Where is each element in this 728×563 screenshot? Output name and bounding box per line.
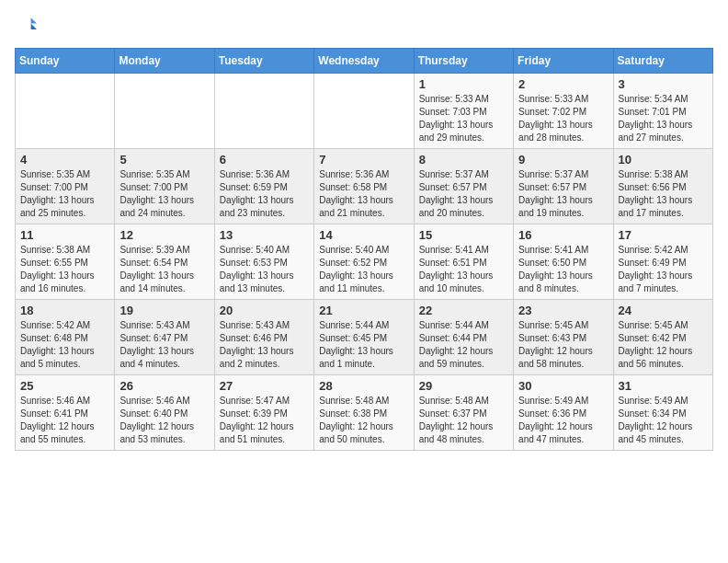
day-number: 16 bbox=[518, 228, 608, 242]
calendar-cell: 4Sunrise: 5:35 AM Sunset: 7:00 PM Daylig… bbox=[16, 149, 115, 224]
day-number: 9 bbox=[518, 153, 608, 167]
page-header bbox=[15, 15, 713, 37]
day-content: Sunrise: 5:39 AM Sunset: 6:54 PM Dayligh… bbox=[119, 244, 209, 295]
calendar-cell: 17Sunrise: 5:42 AM Sunset: 6:49 PM Dayli… bbox=[613, 224, 712, 300]
calendar-cell: 21Sunrise: 5:44 AM Sunset: 6:45 PM Dayli… bbox=[314, 300, 414, 375]
day-number: 27 bbox=[220, 379, 309, 393]
day-number: 28 bbox=[319, 379, 408, 393]
day-content: Sunrise: 5:43 AM Sunset: 6:46 PM Dayligh… bbox=[220, 319, 309, 371]
logo bbox=[15, 15, 40, 37]
day-content: Sunrise: 5:41 AM Sunset: 6:50 PM Dayligh… bbox=[518, 244, 608, 295]
calendar-cell: 15Sunrise: 5:41 AM Sunset: 6:51 PM Dayli… bbox=[414, 224, 513, 300]
svg-marker-1 bbox=[31, 24, 37, 29]
day-content: Sunrise: 5:42 AM Sunset: 6:48 PM Dayligh… bbox=[20, 319, 109, 371]
day-content: Sunrise: 5:42 AM Sunset: 6:49 PM Dayligh… bbox=[619, 244, 708, 295]
weekday-header: Monday bbox=[115, 49, 214, 74]
day-content: Sunrise: 5:35 AM Sunset: 7:00 PM Dayligh… bbox=[20, 168, 109, 220]
day-number: 19 bbox=[119, 304, 209, 317]
logo-icon bbox=[15, 15, 37, 37]
calendar-cell: 8Sunrise: 5:37 AM Sunset: 6:57 PM Daylig… bbox=[414, 149, 513, 224]
calendar-cell: 10Sunrise: 5:38 AM Sunset: 6:56 PM Dayli… bbox=[613, 149, 712, 224]
calendar-cell: 7Sunrise: 5:36 AM Sunset: 6:58 PM Daylig… bbox=[314, 149, 414, 224]
calendar-cell bbox=[16, 74, 115, 149]
calendar-cell bbox=[214, 74, 313, 149]
calendar-cell: 3Sunrise: 5:34 AM Sunset: 7:01 PM Daylig… bbox=[613, 74, 712, 149]
calendar-cell: 18Sunrise: 5:42 AM Sunset: 6:48 PM Dayli… bbox=[16, 300, 115, 375]
calendar-cell: 28Sunrise: 5:48 AM Sunset: 6:38 PM Dayli… bbox=[314, 375, 414, 451]
day-number: 10 bbox=[619, 153, 708, 167]
day-content: Sunrise: 5:37 AM Sunset: 6:57 PM Dayligh… bbox=[518, 168, 608, 220]
calendar-cell: 2Sunrise: 5:33 AM Sunset: 7:02 PM Daylig… bbox=[514, 74, 613, 149]
day-number: 22 bbox=[419, 304, 508, 317]
day-content: Sunrise: 5:38 AM Sunset: 6:55 PM Dayligh… bbox=[20, 244, 109, 295]
calendar-cell: 5Sunrise: 5:35 AM Sunset: 7:00 PM Daylig… bbox=[115, 149, 214, 224]
calendar-cell: 24Sunrise: 5:45 AM Sunset: 6:42 PM Dayli… bbox=[613, 300, 712, 375]
calendar-week-row: 18Sunrise: 5:42 AM Sunset: 6:48 PM Dayli… bbox=[16, 300, 713, 375]
day-content: Sunrise: 5:46 AM Sunset: 6:41 PM Dayligh… bbox=[20, 395, 109, 446]
day-content: Sunrise: 5:37 AM Sunset: 6:57 PM Dayligh… bbox=[419, 168, 508, 220]
calendar-week-row: 4Sunrise: 5:35 AM Sunset: 7:00 PM Daylig… bbox=[16, 149, 713, 224]
day-content: Sunrise: 5:45 AM Sunset: 6:42 PM Dayligh… bbox=[619, 319, 708, 371]
calendar-week-row: 1Sunrise: 5:33 AM Sunset: 7:03 PM Daylig… bbox=[16, 74, 713, 149]
day-content: Sunrise: 5:36 AM Sunset: 6:58 PM Dayligh… bbox=[319, 168, 408, 220]
calendar-week-row: 11Sunrise: 5:38 AM Sunset: 6:55 PM Dayli… bbox=[16, 224, 713, 300]
day-number: 6 bbox=[220, 153, 309, 167]
day-number: 1 bbox=[419, 77, 508, 91]
calendar-cell bbox=[314, 74, 414, 149]
day-content: Sunrise: 5:44 AM Sunset: 6:45 PM Dayligh… bbox=[319, 319, 408, 371]
calendar-cell: 23Sunrise: 5:45 AM Sunset: 6:43 PM Dayli… bbox=[514, 300, 613, 375]
calendar-cell: 22Sunrise: 5:44 AM Sunset: 6:44 PM Dayli… bbox=[414, 300, 513, 375]
weekday-header: Saturday bbox=[613, 49, 712, 74]
day-content: Sunrise: 5:35 AM Sunset: 7:00 PM Dayligh… bbox=[119, 168, 209, 220]
calendar-cell: 13Sunrise: 5:40 AM Sunset: 6:53 PM Dayli… bbox=[214, 224, 313, 300]
day-number: 3 bbox=[619, 77, 708, 91]
day-number: 21 bbox=[319, 304, 408, 317]
day-number: 17 bbox=[619, 228, 708, 242]
day-content: Sunrise: 5:33 AM Sunset: 7:02 PM Dayligh… bbox=[518, 93, 608, 144]
day-number: 5 bbox=[119, 153, 209, 167]
weekday-header: Thursday bbox=[414, 49, 513, 74]
day-content: Sunrise: 5:45 AM Sunset: 6:43 PM Dayligh… bbox=[518, 319, 608, 371]
day-content: Sunrise: 5:44 AM Sunset: 6:44 PM Dayligh… bbox=[419, 319, 508, 371]
day-content: Sunrise: 5:33 AM Sunset: 7:03 PM Dayligh… bbox=[419, 93, 508, 144]
day-content: Sunrise: 5:48 AM Sunset: 6:38 PM Dayligh… bbox=[319, 395, 408, 446]
day-content: Sunrise: 5:48 AM Sunset: 6:37 PM Dayligh… bbox=[419, 395, 508, 446]
day-content: Sunrise: 5:47 AM Sunset: 6:39 PM Dayligh… bbox=[220, 395, 309, 446]
day-number: 24 bbox=[619, 304, 708, 317]
calendar-cell: 20Sunrise: 5:43 AM Sunset: 6:46 PM Dayli… bbox=[214, 300, 313, 375]
calendar-cell: 6Sunrise: 5:36 AM Sunset: 6:59 PM Daylig… bbox=[214, 149, 313, 224]
calendar-cell bbox=[115, 74, 214, 149]
day-number: 12 bbox=[119, 228, 209, 242]
day-number: 14 bbox=[319, 228, 408, 242]
day-number: 18 bbox=[20, 304, 109, 317]
day-content: Sunrise: 5:40 AM Sunset: 6:52 PM Dayligh… bbox=[319, 244, 408, 295]
day-content: Sunrise: 5:40 AM Sunset: 6:53 PM Dayligh… bbox=[220, 244, 309, 295]
svg-marker-0 bbox=[31, 17, 37, 23]
day-content: Sunrise: 5:43 AM Sunset: 6:47 PM Dayligh… bbox=[119, 319, 209, 371]
weekday-header: Sunday bbox=[16, 49, 115, 74]
day-number: 25 bbox=[20, 379, 109, 393]
weekday-header: Tuesday bbox=[214, 49, 313, 74]
day-number: 7 bbox=[319, 153, 408, 167]
calendar-week-row: 25Sunrise: 5:46 AM Sunset: 6:41 PM Dayli… bbox=[16, 375, 713, 451]
calendar-cell: 26Sunrise: 5:46 AM Sunset: 6:40 PM Dayli… bbox=[115, 375, 214, 451]
calendar-cell: 31Sunrise: 5:49 AM Sunset: 6:34 PM Dayli… bbox=[613, 375, 712, 451]
day-number: 15 bbox=[419, 228, 508, 242]
day-number: 8 bbox=[419, 153, 508, 167]
day-number: 2 bbox=[518, 77, 608, 91]
day-number: 13 bbox=[220, 228, 309, 242]
day-number: 4 bbox=[20, 153, 109, 167]
calendar-cell: 30Sunrise: 5:49 AM Sunset: 6:36 PM Dayli… bbox=[514, 375, 613, 451]
calendar-cell: 29Sunrise: 5:48 AM Sunset: 6:37 PM Dayli… bbox=[414, 375, 513, 451]
weekday-header: Friday bbox=[514, 49, 613, 74]
day-content: Sunrise: 5:34 AM Sunset: 7:01 PM Dayligh… bbox=[619, 93, 708, 144]
weekday-header-row: SundayMondayTuesdayWednesdayThursdayFrid… bbox=[16, 49, 713, 74]
day-content: Sunrise: 5:36 AM Sunset: 6:59 PM Dayligh… bbox=[220, 168, 309, 220]
day-number: 31 bbox=[619, 379, 708, 393]
day-number: 11 bbox=[20, 228, 109, 242]
calendar-cell: 14Sunrise: 5:40 AM Sunset: 6:52 PM Dayli… bbox=[314, 224, 414, 300]
calendar-cell: 11Sunrise: 5:38 AM Sunset: 6:55 PM Dayli… bbox=[16, 224, 115, 300]
weekday-header: Wednesday bbox=[314, 49, 414, 74]
calendar-table: SundayMondayTuesdayWednesdayThursdayFrid… bbox=[15, 48, 713, 451]
day-content: Sunrise: 5:46 AM Sunset: 6:40 PM Dayligh… bbox=[119, 395, 209, 446]
